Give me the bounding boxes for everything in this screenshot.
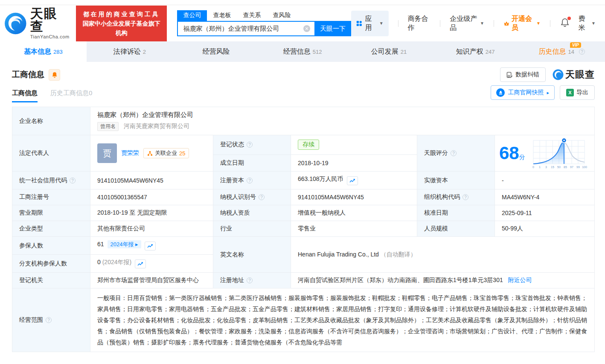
search-tabs: 查公司 查老板 查关系 查风险 (177, 10, 351, 21)
taxpayer-quality: 增值税一般纳税人 (291, 205, 417, 221)
table-row: 统一社会信用代码? 91410105MA45W6NY45 注册资本? 663.1… (12, 172, 595, 189)
former-name-tag: 曾用名 (97, 122, 119, 131)
open-vip-button[interactable]: 开通会员 ▼ (503, 15, 541, 32)
logo-domain-text: TianYanCha.com (30, 35, 70, 39)
related-companies-badge[interactable]: 关联企业 25 (143, 148, 189, 158)
enterprise-products-menu[interactable]: 企业级产品 ▼ (450, 15, 484, 32)
logo-brand-text: 天眼查 (30, 7, 70, 33)
taxpayer-id-label: 纳税人识别号? (213, 189, 291, 205)
business-scope-text: 一般项目：日用百货销售；第一类医疗器械销售；第二类医疗器械销售；服装服饰零售；服… (90, 288, 595, 352)
help-icon[interactable]: ? (259, 194, 265, 200)
search-tab-relation[interactable]: 查关系 (237, 10, 267, 21)
svg-text:97: 97 (570, 166, 573, 169)
former-name: 河南芙鹿家商贸有限公司 (124, 122, 189, 129)
tianyancha-logo[interactable]: 天眼查 TianYanCha.com (4, 7, 70, 39)
divider (550, 20, 550, 27)
trend-chart-icon[interactable] (135, 259, 146, 268)
tab-company-development[interactable]: 公司发展 21 (346, 41, 432, 62)
table-row: 企业名称 福鹿家（郑州）企业管理有限公司 曾用名 河南芙鹿家商贸有限公司 (12, 107, 595, 135)
trend-chart-icon[interactable] (347, 176, 358, 185)
monitor-bell-button[interactable] (49, 69, 60, 81)
establish-date: 2018-10-19 (291, 154, 417, 171)
taxpayer-id: 91410105MA45W6NY45 (291, 189, 417, 205)
business-term: 2018-10-19 至 无固定期限 (90, 205, 213, 221)
divider (398, 20, 398, 27)
tab-intellectual-property[interactable]: 知识产权 247 (432, 41, 519, 62)
slogan-banner: 都在用的商业查询工具 国家中小企业发展子基金旗下机构 (76, 6, 167, 41)
help-icon[interactable]: ? (247, 142, 253, 148)
chevron-down-icon: ▼ (379, 21, 384, 26)
crown-icon (503, 20, 509, 27)
apps-label: 应用 (365, 15, 375, 32)
data-correction-button[interactable]: 数据纠错 (500, 67, 546, 82)
tab-history-info[interactable]: VIP 历史信息 14 ? (518, 41, 605, 62)
chevron-down-icon: ▼ (536, 21, 541, 26)
reg-status-label: 登记状态? (213, 135, 291, 155)
help-icon[interactable]: ? (462, 194, 468, 200)
header: 天眼查 TianYanCha.com 都在用的商业查询工具 国家中小企业发展子基… (0, 5, 605, 41)
annual-report-badge[interactable]: 2024年报 ▸ (108, 240, 141, 248)
staff-size-label: 人员规模 (417, 221, 495, 237)
help-icon[interactable]: ? (451, 150, 457, 156)
search-tab-company[interactable]: 查公司 (177, 10, 207, 21)
industry: 零售业 (291, 221, 417, 237)
tab-legal-litigation[interactable]: 法律诉讼 2 (87, 41, 173, 62)
reg-authority: 郑州市市场监督管理局自贸区服务中心 (90, 273, 213, 288)
approval-date-label: 核准日期 (417, 205, 495, 221)
org-code-label: 组织机构代码? (417, 189, 495, 205)
help-icon[interactable]: ? (46, 317, 52, 323)
reg-capital-label: 注册资本? (213, 172, 291, 189)
tab-operation-info[interactable]: 经营信息 512 (259, 41, 346, 62)
trend-chart-icon[interactable] (145, 242, 156, 250)
english-name: Henan Fulujia Trading Co., Ltd (298, 251, 379, 258)
apps-menu-button[interactable]: 应用 ▼ (351, 11, 389, 36)
search-button[interactable]: 天眼一下 (314, 21, 351, 36)
subtab-business-info[interactable]: 工商信息 (12, 89, 38, 102)
svg-text:1: 1 (539, 166, 541, 169)
notification-dot (567, 17, 571, 20)
help-icon[interactable]: ? (247, 178, 253, 183)
legal-rep-avatar[interactable]: 贾 (97, 143, 117, 163)
help-icon[interactable]: ? (247, 277, 253, 283)
legal-rep-name-link[interactable]: 贾荣荣 (121, 149, 139, 157)
tab-operation-risk[interactable]: 经营风险 (173, 41, 259, 62)
search-tab-risk[interactable]: 查风险 (267, 10, 297, 21)
insured-count-label: 参保人数 (12, 237, 90, 255)
business-cooperation-link[interactable]: 商务合作 (408, 15, 431, 32)
svg-text:15: 15 (551, 166, 554, 169)
vip-badge: VIP (570, 42, 581, 48)
score-value: 68 (499, 143, 519, 163)
org-code: MA45W6NY-4 (495, 189, 595, 205)
tianyan-score[interactable]: 68分 (499, 137, 590, 169)
svg-text:0: 0 (532, 166, 534, 169)
header-right: 应用 ▼ 商务合作 企业级产品 ▼ 开通会员 ▼ (351, 11, 596, 36)
help-icon[interactable]: ? (579, 49, 585, 55)
data-correction-icon (506, 72, 513, 78)
tianyancha-logo-icon (4, 12, 27, 35)
registered-address: 河南自贸试验区郑州片区（郑东）动力南路南、圃田西路东1号楼1单元3层301 (298, 277, 503, 283)
search-input[interactable] (177, 21, 314, 36)
official-snapshot-button[interactable]: 工商官网快照 ▸ (491, 85, 555, 100)
approval-date: 2025-09-11 (495, 205, 595, 221)
section-title: 工商信息 (12, 69, 44, 80)
network-icon (147, 151, 153, 156)
svg-text:3: 3 (545, 166, 547, 169)
help-icon[interactable]: ? (70, 178, 76, 183)
user-name: 费米 (579, 15, 589, 32)
notifications-bell[interactable] (561, 18, 569, 29)
clear-search-icon[interactable]: ✕ (303, 25, 310, 32)
export-button[interactable]: X 导出 (560, 85, 595, 100)
reg-number-label: 工商注册号 (12, 189, 90, 205)
svg-text:85: 85 (564, 166, 567, 169)
table-row: 经营范围? 一般项目：日用百货销售；第一类医疗器械销售；第二类医疗器械销售；服装… (12, 288, 595, 352)
table-row: 营业期限 2018-10-19 至 无固定期限 纳税人资质 增值税一般纳税人 核… (12, 205, 595, 221)
table-row: 登记机关 郑州市市场监督管理局自贸区服务中心 注册地址? 河南自贸试验区郑州片区… (12, 273, 595, 288)
search-tab-boss[interactable]: 查老板 (207, 10, 237, 21)
nearby-companies-link[interactable]: 附近公司 (508, 277, 532, 283)
apps-grid-icon (356, 20, 362, 27)
user-menu[interactable]: 费米 ▼ (579, 15, 596, 32)
company-name: 福鹿家（郑州）企业管理有限公司 (97, 111, 588, 119)
tab-basic-info[interactable]: 基本信息 283 (0, 41, 87, 62)
subtab-history-business-info[interactable]: 历史工商信息0 (50, 89, 92, 102)
score-distribution-chart: 0 1 3 15 50 85 97 99 100 (529, 137, 588, 169)
